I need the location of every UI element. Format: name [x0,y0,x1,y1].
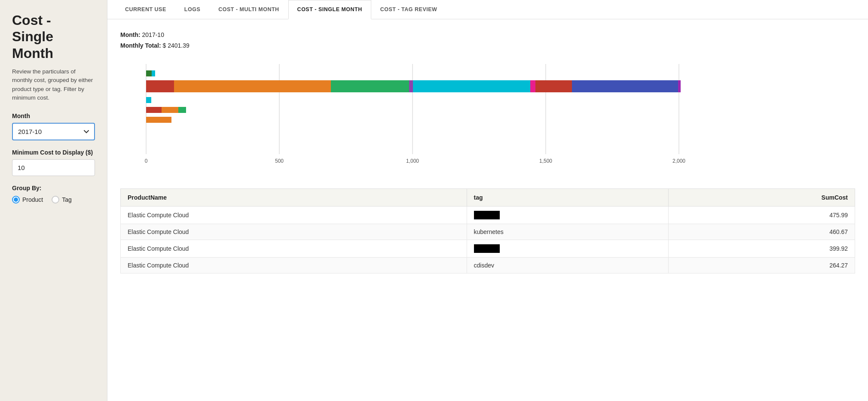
cell-tag: kubernetes [467,224,669,240]
cell-product: Elastic Compute Cloud [121,240,467,258]
main-content: Month: 2017-10 Monthly Total: $ 2401.39 [107,19,868,401]
radio-product-circle [12,196,20,204]
svg-text:1,000: 1,000 [406,158,419,164]
cell-cost: 264.27 [669,258,855,273]
tab-current-use[interactable]: CURRENT USE [116,0,175,19]
cell-tag [467,207,669,224]
col-header-product: ProductName [121,189,467,207]
cell-cost: 475.99 [669,207,855,224]
tab-cost-multi-month[interactable]: COST - MULTI MONTH [209,0,288,19]
month-display: Month: 2017-10 [120,30,855,40]
svg-rect-11 [413,80,530,92]
min-cost-input[interactable] [12,159,95,176]
svg-rect-12 [530,80,535,92]
tab-cost-tag-review[interactable]: COST - TAG REVIEW [371,0,446,19]
svg-text:0: 0 [145,158,148,164]
svg-rect-20 [146,117,171,123]
svg-rect-7 [146,80,174,92]
group-by-label: Group By: [12,185,95,191]
tab-bar: CURRENT USE LOGS COST - MULTI MONTH COST… [107,0,868,19]
tab-logs[interactable]: LOGS [175,0,209,19]
min-cost-label: Minimum Cost to Display ($) [12,149,95,156]
svg-rect-13 [535,80,572,92]
svg-rect-14 [572,80,678,92]
main-panel: CURRENT USE LOGS COST - MULTI MONTH COST… [107,0,868,401]
svg-rect-15 [678,80,681,92]
svg-text:500: 500 [275,158,284,164]
chart-container: 0 500 1,000 1,500 2,000 [120,60,855,176]
radio-tag[interactable]: Tag [52,196,72,204]
cell-product: Elastic Compute Cloud [121,258,467,273]
cell-cost: 460.67 [669,224,855,240]
radio-product-label: Product [22,196,43,203]
radio-product[interactable]: Product [12,196,43,204]
cell-tag: cdisdev [467,258,669,273]
monthly-total-display: Monthly Total: $ 2401.39 [120,40,855,51]
svg-rect-18 [162,107,178,113]
month-label: Month [12,112,95,119]
svg-rect-5 [146,70,152,76]
table-row: Elastic Compute Cloudcdisdev264.27 [121,258,855,273]
svg-rect-17 [146,107,162,113]
table-row: Elastic Compute Cloudkubernetes460.67 [121,224,855,240]
cell-tag [467,240,669,258]
cell-product: Elastic Compute Cloud [121,207,467,224]
svg-rect-8 [174,80,331,92]
month-select[interactable]: 2017-10 2017-09 2017-08 2017-07 [12,123,95,140]
page-title: Cost - Single Month [12,12,95,61]
svg-rect-19 [178,107,186,113]
svg-text:2,000: 2,000 [672,158,685,164]
svg-text:1,500: 1,500 [539,158,552,164]
cell-cost: 399.92 [669,240,855,258]
svg-rect-10 [409,80,413,92]
cost-table: ProductName tag SumCost Elastic Compute … [120,188,855,273]
sidebar-description: Review the particulars of monthly cost, … [12,67,95,102]
bar-chart: 0 500 1,000 1,500 2,000 [120,64,700,171]
month-info: Month: 2017-10 Monthly Total: $ 2401.39 [120,30,855,51]
svg-rect-16 [146,97,151,103]
sidebar: Cost - Single Month Review the particula… [0,0,107,401]
cell-product: Elastic Compute Cloud [121,224,467,240]
radio-group: Product Tag [12,196,95,204]
col-header-tag: tag [467,189,669,207]
tab-cost-single-month[interactable]: COST - SINGLE MONTH [288,0,371,19]
table-row: Elastic Compute Cloud475.99 [121,207,855,224]
table-row: Elastic Compute Cloud399.92 [121,240,855,258]
radio-tag-label: Tag [62,196,72,203]
svg-rect-6 [152,70,155,76]
radio-tag-circle [52,196,59,204]
svg-rect-9 [331,80,409,92]
col-header-sumcost: SumCost [669,189,855,207]
